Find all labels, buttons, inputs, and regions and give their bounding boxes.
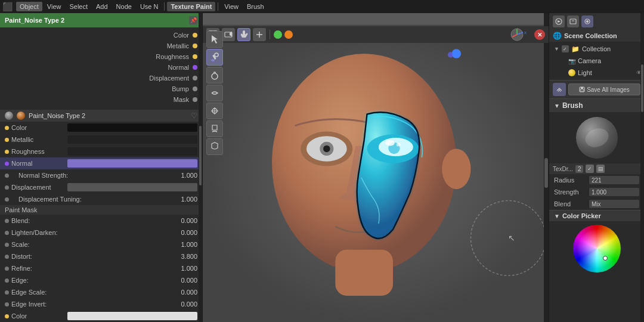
prop-bar-normal[interactable] [67,159,197,168]
prop-displacement: Displacement [0,181,202,193]
svg-rect-23 [335,250,393,296]
prop-dot-refine [5,267,9,271]
prop-blend: Blend: 0.000 [0,215,202,227]
brush-blend-input[interactable]: Mix [589,200,639,208]
prop-scale: Scale: 1.000 [0,239,202,250]
left-scroll-handle[interactable] [199,126,202,185]
viewport-icon-camera[interactable] [222,28,235,41]
collection-icon: 📁 [571,45,580,53]
camera-icon: 📷 [568,58,575,64]
color-picker-expand[interactable]: ▼ [554,213,560,219]
socket-mask: Mask [0,94,202,105]
socket-normal-top: Normal [0,62,202,73]
svg-point-24 [442,148,470,189]
viewport-icon-hand[interactable] [237,28,250,41]
background-color-dot[interactable] [284,30,293,39]
top-bar-view2[interactable]: View [221,2,242,11]
node-pin-button[interactable]: 📌 [189,16,197,24]
svg-text:↖: ↖ [508,234,515,243]
color-wheel[interactable] [573,225,621,273]
socket-dot-color [193,33,197,38]
material-sphere-icon [5,112,13,120]
top-bar-use-n[interactable]: Use N [137,2,162,11]
icon-render-props[interactable] [567,16,579,27]
tool-clone[interactable] [206,103,223,119]
right-top-icons [549,13,644,30]
right-scroll-handle[interactable] [641,64,643,112]
prop-bar-color[interactable] [67,123,197,132]
paint-mask-label: Paint Mask [5,206,37,213]
material-type-icon [17,112,25,120]
tool-smear[interactable] [206,85,223,101]
svg-point-17 [212,73,218,79]
top-bar-select[interactable]: Select [66,2,91,11]
prop-bar-color-2[interactable] [67,312,197,320]
brush-strength-input[interactable]: 1.000 [589,188,639,196]
prop-bar-displacement[interactable] [67,183,197,191]
right-icons-2: Save All Images [549,80,644,98]
icon-scene[interactable] [553,83,566,96]
viewport-scroll-handle[interactable] [544,158,548,188]
left-scrollbar[interactable] [199,13,202,322]
top-bar-texture-paint[interactable]: Texture Paint [167,2,215,11]
tree-item-camera[interactable]: 📷 Camera [556,55,644,67]
brush-blend-row: Blend Mix [549,198,644,210]
top-bar-add[interactable]: Add [92,2,112,11]
svg-point-28 [323,145,330,153]
svg-rect-45 [580,89,584,91]
tool-fill[interactable] [206,120,223,137]
brush-stroke-preview [583,125,611,150]
paint-mask-section-header: Paint Mask [0,205,202,215]
tool-soften[interactable] [206,67,223,83]
brush-expand-arrow[interactable]: ▼ [554,103,560,109]
svg-text:Y: Y [516,28,519,29]
left-tools [206,31,223,155]
tree-item-collection[interactable]: ▼ ✓ 📁 Collection [549,43,644,55]
texdr-check-icon[interactable]: ✓ [586,165,594,173]
socket-color: Color [0,30,202,41]
scene-collection-icon: 🌐 [553,32,562,40]
tool-mask[interactable] [206,138,223,155]
icon-render[interactable] [553,16,565,27]
prop-dot-edge [5,278,9,283]
prop-color-2: Color [0,310,202,322]
prop-bar-roughness[interactable] [67,147,197,156]
color-wheel-cursor[interactable] [603,256,608,261]
socket-dot-roughness [193,54,197,59]
favorite-icon[interactable]: ♡ [191,112,197,120]
top-bar-view[interactable]: View [44,2,65,11]
tree-item-light[interactable]: Light 👁 [556,67,644,79]
tool-paint[interactable] [206,49,223,66]
save-all-btn[interactable]: Save All Images [568,83,640,95]
socket-displacement: Displacement [0,73,202,83]
svg-point-42 [586,20,589,23]
socket-dot-displacement [193,76,197,80]
prop-dot-normal-strength [5,174,9,178]
tool-select[interactable] [206,31,223,48]
viewport-close-x[interactable]: ✕ [534,29,545,40]
socket-roughness-top: Roughness [0,51,202,62]
svg-point-14 [211,59,215,61]
prop-bar-metallic[interactable] [67,135,197,144]
top-bar-node[interactable]: Node [113,2,135,11]
right-scrollbar[interactable] [640,13,644,322]
texdr-menu-icon[interactable]: ▤ [596,165,605,173]
top-bar-brush[interactable]: Brush [243,2,268,11]
top-bar-object[interactable]: Object [16,2,42,11]
light-icon-circle [568,69,575,76]
brush-preview [549,112,644,163]
prop-dot-color [5,126,9,130]
foreground-color-dot[interactable] [274,30,282,39]
brush-radius-input[interactable]: 221 [589,176,639,184]
viewport-icon-plus[interactable] [253,28,266,41]
scene-collection-header: 🌐 Scene Collection [549,30,644,42]
icon-view-layer[interactable] [581,16,593,27]
brush-title: Brush [562,101,583,110]
socket-metallic: Metallic [0,41,202,51]
svg-text:X: X [524,31,527,35]
color-wheel-area [549,221,644,276]
svg-point-16 [215,53,218,57]
prop-edge-invert: Edge Invert: 0.000 [0,298,202,310]
svg-rect-44 [581,87,583,89]
viewport-scrollbar[interactable] [544,13,549,322]
